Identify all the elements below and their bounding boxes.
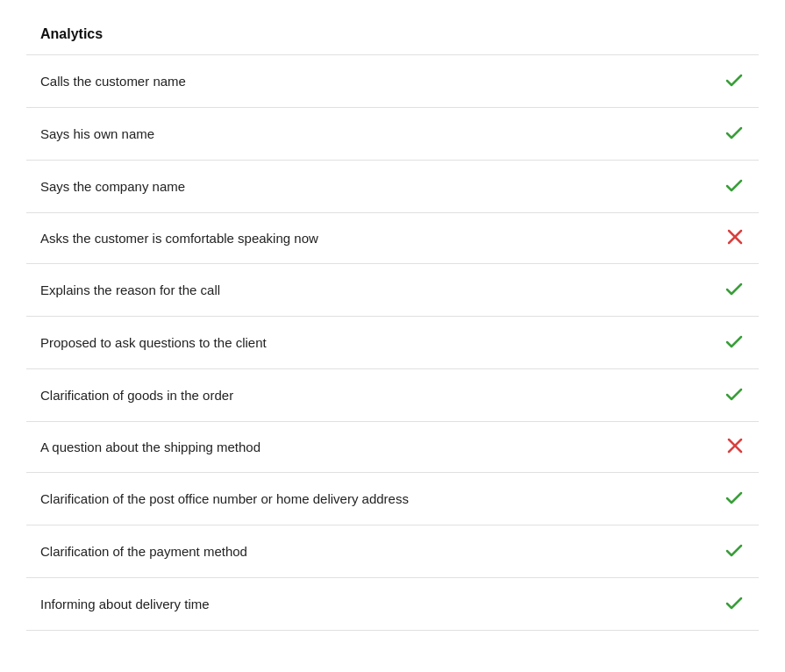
check-icon (706, 525, 759, 578)
table-row: A question about the shipping method (26, 422, 759, 473)
check-icon (706, 317, 759, 369)
table-row: Asks the customer is comfortable speakin… (26, 213, 759, 264)
row-label: A question about the shipping method (26, 422, 706, 473)
checkmark-svg (724, 69, 745, 90)
table-row: Clarification of goods in the order (26, 369, 759, 422)
check-icon (706, 264, 759, 317)
check-icon (706, 161, 759, 213)
check-icon (706, 108, 759, 161)
checkmark-svg (724, 278, 745, 299)
row-label: Clarification of goods in the order (26, 369, 706, 422)
table-row: Explains the reason for the call (26, 264, 759, 317)
table-row: Clarification of the payment method (26, 525, 759, 578)
analytics-table: Calls the customer nameSays his own name… (26, 54, 759, 631)
checkmark-svg (724, 487, 745, 508)
checkmark-svg (724, 540, 745, 561)
table-row: Says his own name (26, 108, 759, 161)
row-label: Calls the customer name (26, 55, 706, 108)
row-label: Says the company name (26, 161, 706, 213)
check-icon (706, 369, 759, 422)
cross-icon (706, 422, 759, 473)
table-row: Calls the customer name (26, 55, 759, 108)
cross-svg (725, 227, 745, 247)
row-label: Clarification of the post office number … (26, 473, 706, 525)
section-title: Analytics (26, 18, 759, 54)
check-icon (706, 578, 759, 631)
row-label: Says his own name (26, 108, 706, 161)
row-label: Informing about delivery time (26, 578, 706, 631)
row-label: Asks the customer is comfortable speakin… (26, 213, 706, 264)
check-icon (706, 473, 759, 525)
checkmark-svg (724, 331, 745, 352)
table-row: Proposed to ask questions to the client (26, 317, 759, 369)
analytics-container: Analytics Calls the customer nameSays hi… (0, 0, 785, 672)
row-label: Explains the reason for the call (26, 264, 706, 317)
checkmark-svg (724, 592, 745, 613)
checkmark-svg (724, 175, 745, 196)
table-row: Informing about delivery time (26, 578, 759, 631)
cross-icon (706, 213, 759, 264)
check-icon (706, 55, 759, 108)
table-row: Clarification of the post office number … (26, 473, 759, 525)
cross-svg (725, 436, 745, 455)
checkmark-svg (724, 383, 745, 404)
row-label: Clarification of the payment method (26, 525, 706, 578)
table-row: Says the company name (26, 161, 759, 213)
checkmark-svg (724, 122, 745, 143)
row-label: Proposed to ask questions to the client (26, 317, 706, 369)
